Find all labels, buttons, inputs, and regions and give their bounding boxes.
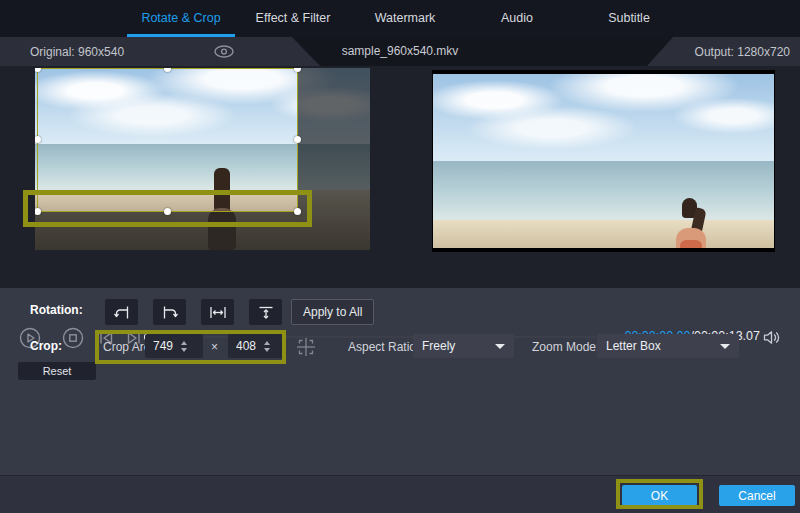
original-size-tab: Original: 960x540	[0, 37, 320, 66]
aspect-ratio-value: Freely	[413, 339, 495, 353]
step-up-icon[interactable]	[181, 341, 187, 345]
step-up-icon[interactable]	[264, 341, 270, 345]
preview-header: sample_960x540.mkv Original: 960x540 Out…	[0, 37, 800, 66]
crop-handle-mid-left[interactable]	[35, 136, 41, 143]
crop-handle-bottom-center[interactable]	[164, 208, 171, 215]
aspect-ratio-label: Aspect Ratio:	[348, 340, 419, 354]
rotation-label: Rotation:	[30, 303, 83, 317]
crop-height-stepper[interactable]	[264, 341, 270, 352]
ocean	[433, 161, 774, 220]
step-down-icon[interactable]	[264, 348, 270, 352]
tab-bar: Rotate & Crop Effect & Filter Watermark …	[0, 0, 800, 37]
footer-bar: OK Cancel	[0, 475, 800, 513]
letterbox-frame	[433, 74, 774, 248]
original-size-label: Original: 960x540	[30, 45, 124, 59]
crop-width-field	[145, 334, 203, 358]
tab-rotate-crop[interactable]: Rotate & Crop	[125, 0, 237, 37]
output-video-preview	[432, 70, 775, 252]
crop-handle-bottom-left[interactable]	[35, 208, 41, 215]
beach-scene-output	[433, 74, 774, 248]
output-size-tab: Output: 1280x720	[645, 37, 800, 66]
beach-sand	[433, 220, 774, 248]
crop-handle-top-left[interactable]	[35, 68, 41, 72]
aspect-ratio-dropdown[interactable]: Freely	[413, 334, 514, 358]
rotate-ccw-icon	[113, 305, 131, 320]
rotate-right-button[interactable]	[153, 299, 186, 325]
video-editor-window: Rotate & Crop Effect & Filter Watermark …	[0, 0, 800, 513]
rotate-left-button[interactable]	[105, 299, 138, 325]
crop-selection-rect[interactable]	[37, 68, 298, 212]
apply-to-all-button[interactable]: Apply to All	[291, 299, 374, 325]
zoom-mode-value: Letter Box	[597, 339, 720, 353]
tab-subtitle[interactable]: Subtitle	[573, 0, 685, 37]
crop-label: Crop:	[30, 339, 62, 353]
flip-v-icon	[257, 305, 275, 320]
tab-effect-filter[interactable]: Effect & Filter	[237, 0, 349, 37]
crop-height-input[interactable]	[228, 339, 262, 353]
preview-area: 00:00:00.00/00:00:13.07	[0, 66, 800, 288]
eye-icon[interactable]	[212, 43, 236, 60]
ok-button[interactable]: OK	[622, 485, 697, 506]
crop-width-stepper[interactable]	[181, 341, 187, 352]
step-down-icon[interactable]	[181, 348, 187, 352]
tab-audio[interactable]: Audio	[461, 0, 573, 37]
output-size-label: Output: 1280x720	[695, 45, 790, 59]
chevron-down-icon	[495, 344, 505, 349]
cancel-button[interactable]: Cancel	[719, 485, 795, 506]
crop-dim-overlay-right	[298, 68, 370, 250]
zoom-mode-dropdown[interactable]: Letter Box	[597, 334, 739, 358]
crosshair-icon	[293, 334, 319, 360]
times-sign: ×	[211, 340, 218, 354]
crop-height-field	[228, 334, 286, 358]
crop-position-button[interactable]	[293, 334, 319, 360]
crop-handle-top-center[interactable]	[164, 68, 171, 72]
flip-horizontal-button[interactable]	[201, 299, 234, 325]
volume-icon[interactable]	[762, 329, 781, 346]
crop-dim-overlay-bottom	[35, 212, 298, 250]
seek-slider-track[interactable]	[148, 336, 618, 338]
flip-h-icon	[209, 305, 227, 320]
flip-vertical-button[interactable]	[249, 299, 282, 325]
sky	[433, 74, 774, 161]
tab-watermark[interactable]: Watermark	[349, 0, 461, 37]
original-video-preview	[35, 68, 370, 250]
reset-button[interactable]: Reset	[18, 362, 96, 380]
rotate-cw-icon	[161, 305, 179, 320]
person-figure	[672, 198, 712, 248]
zoom-mode-label: Zoom Mode:	[532, 340, 599, 354]
stop-icon[interactable]	[62, 327, 84, 349]
crop-width-input[interactable]	[145, 339, 179, 353]
chevron-down-icon	[720, 344, 730, 349]
